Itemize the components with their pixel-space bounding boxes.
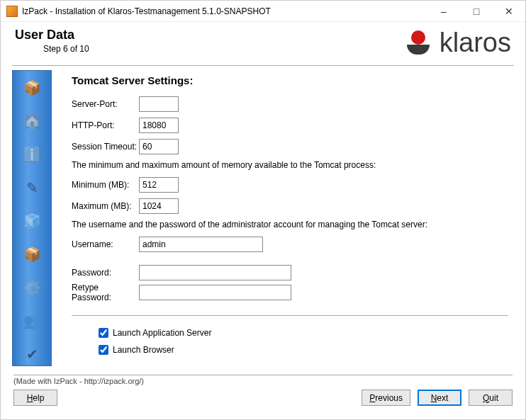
help-button[interactable]: Help [13, 390, 57, 406]
server-port-input[interactable] [139, 96, 179, 112]
min-label: Minimum (MB): [72, 180, 139, 190]
previous-button[interactable]: Previous [362, 390, 410, 406]
app-icon [6, 6, 18, 17]
users-icon[interactable]: 👥 [19, 309, 45, 332]
memory-note: The minimum and maximum amount of memory… [72, 160, 508, 170]
launch-server-label: Launch Application Server [113, 328, 211, 338]
titlebar: IzPack - Installation of Klaros-Testmana… [1, 1, 525, 22]
username-label: Username: [72, 239, 139, 249]
header-left: User Data Step 6 of 10 [15, 28, 404, 54]
password-label: Password: [72, 268, 139, 278]
main: 📦🏠ℹ️✎🧊📦⚙️👥✔ Tomcat Server Settings: Serv… [1, 66, 525, 370]
launch-browser-label: Launch Browser [113, 345, 174, 355]
launch-browser-checkbox[interactable] [99, 345, 108, 355]
server-port-label: Server-Port: [72, 99, 139, 109]
logo-text: klaros [440, 28, 511, 58]
http-port-input[interactable] [139, 118, 179, 133]
min-input[interactable] [139, 177, 179, 193]
header: User Data Step 6 of 10 klaros [1, 22, 525, 61]
logo: klaros [404, 28, 511, 58]
close-button[interactable]: ✕ [493, 1, 525, 22]
quit-button[interactable]: Quit [469, 390, 513, 406]
retype-password-label: Retype Password: [72, 283, 139, 302]
settings-icon[interactable]: ⚙️ [19, 276, 45, 299]
maximize-button[interactable]: □ [460, 1, 493, 22]
edit-icon[interactable]: ✎ [19, 176, 45, 200]
sidebar: 📦🏠ℹ️✎🧊📦⚙️👥✔ [12, 70, 52, 366]
check-icon[interactable]: ✔ [19, 342, 45, 365]
info-icon[interactable]: ℹ️ [19, 143, 45, 166]
window-title: IzPack - Installation of Klaros-Testmana… [22, 6, 427, 16]
password-input[interactable] [139, 265, 291, 280]
made-with: (Made with IzPack - http://izpack.org/) [13, 375, 513, 385]
logo-mark-icon [404, 29, 432, 57]
retype-password-input[interactable] [139, 285, 291, 300]
session-timeout-input[interactable] [139, 139, 179, 154]
step-indicator: Step 6 of 10 [43, 44, 404, 54]
admin-note: The username and the password of the adm… [72, 220, 508, 229]
username-input[interactable] [139, 237, 263, 252]
cube-icon[interactable]: 🧊 [19, 210, 45, 233]
package-icon[interactable]: 📦 [19, 76, 45, 100]
footer: (Made with IzPack - http://izpack.org/) … [1, 370, 525, 406]
session-timeout-label: Session Timeout: [72, 142, 139, 152]
section-heading: Tomcat Server Settings: [72, 74, 508, 86]
page-title: User Data [15, 28, 404, 42]
section-divider [72, 315, 508, 316]
launch-server-checkbox[interactable] [99, 328, 108, 338]
box-open-icon[interactable]: 📦 [19, 242, 45, 266]
button-bar: Help Previous Next Quit [13, 390, 513, 406]
http-port-label: HTTP-Port: [72, 120, 139, 130]
home-icon[interactable]: 🏠 [19, 110, 45, 133]
minimize-button[interactable]: – [427, 1, 460, 22]
next-button[interactable]: Next [418, 390, 461, 406]
content: Tomcat Server Settings: Server-Port: HTT… [52, 66, 525, 370]
max-input[interactable] [139, 198, 179, 214]
max-label: Maximum (MB): [72, 201, 139, 211]
